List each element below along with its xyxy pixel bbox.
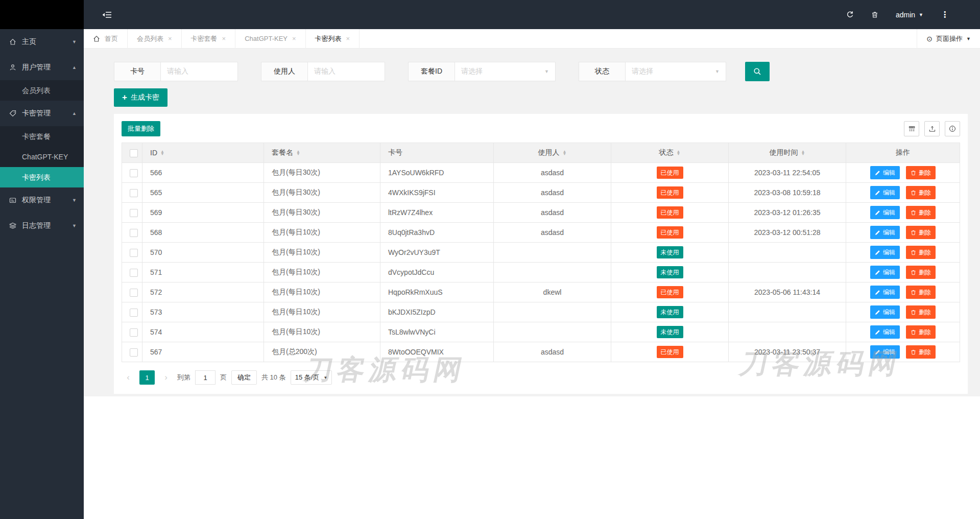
row-checkbox[interactable] <box>130 189 138 197</box>
tab-member-list[interactable]: 会员列表 × <box>128 29 182 48</box>
status-badge: 已使用 <box>657 167 683 179</box>
row-checkbox[interactable] <box>130 289 138 297</box>
columns-filter-icon[interactable] <box>904 121 919 136</box>
edit-button[interactable]: 编辑 <box>870 325 900 339</box>
cell-id: 569 <box>142 203 264 223</box>
sidebar-item-log-mgmt[interactable]: 日志管理 ▼ <box>0 213 84 239</box>
edit-button[interactable]: 编辑 <box>870 286 900 299</box>
sidebar-subitem-chatgpt-key[interactable]: ChatGPT-KEY <box>0 147 84 167</box>
row-checkbox[interactable] <box>130 309 138 317</box>
edit-button[interactable]: 编辑 <box>870 186 900 199</box>
info-icon[interactable] <box>945 121 960 136</box>
table-row: 565 包月(每日30次) 4WXkIKS9jFSI asdasd 已使用 20… <box>122 183 960 203</box>
tab-card-list[interactable]: 卡密列表 × <box>306 29 360 48</box>
delete-button[interactable]: 删除 <box>906 206 936 219</box>
row-checkbox[interactable] <box>130 209 138 217</box>
row-checkbox[interactable] <box>130 348 138 357</box>
current-page[interactable]: 1 <box>139 370 155 385</box>
sort-icon[interactable]: ▲▼ <box>296 150 300 155</box>
sidebar-subitem-card-plans[interactable]: 卡密套餐 <box>0 126 84 147</box>
delete-button[interactable]: 删除 <box>906 266 936 279</box>
edit-button[interactable]: 编辑 <box>870 166 900 179</box>
row-checkbox[interactable] <box>130 328 138 337</box>
prev-page-icon[interactable]: ‹ <box>122 370 135 385</box>
delete-button[interactable]: 删除 <box>906 246 936 259</box>
cell-card-number: dVcypotJdCcu <box>380 263 494 282</box>
row-checkbox[interactable] <box>130 269 138 277</box>
sort-icon[interactable]: ▲▼ <box>563 150 567 155</box>
delete-button[interactable]: 删除 <box>906 186 936 199</box>
next-page-icon[interactable]: › <box>159 370 173 385</box>
close-icon[interactable]: × <box>346 35 350 42</box>
delete-button[interactable]: 删除 <box>906 166 936 179</box>
confirm-page-button[interactable]: 确定 <box>231 370 257 385</box>
sidebar-item-user-mgmt[interactable]: 用户管理 ▲ <box>0 55 84 80</box>
cell-actions: 编辑 删除 <box>846 243 960 263</box>
edit-button[interactable]: 编辑 <box>870 266 900 279</box>
generate-card-button[interactable]: + 生成卡密 <box>114 88 168 107</box>
page-actions-dropdown[interactable]: ⊙ 页面操作 ▼ <box>917 29 980 48</box>
delete-button[interactable]: 删除 <box>906 345 936 359</box>
page-actions-label: 页面操作 <box>936 34 963 43</box>
cell-actions: 编辑 删除 <box>846 183 960 203</box>
cell-use-time <box>729 243 846 263</box>
sort-icon[interactable]: ▲▼ <box>801 150 805 155</box>
sidebar-item-home[interactable]: 主页 ▼ <box>0 29 84 55</box>
admin-dropdown[interactable]: admin ▼ <box>896 11 923 19</box>
table-row: 573 包月(每日10次) bKJDXI5ZIzpD 未使用 编辑 删除 <box>122 302 960 322</box>
edit-button[interactable]: 编辑 <box>870 246 900 259</box>
edit-button[interactable]: 编辑 <box>870 226 900 239</box>
cell-id: 568 <box>142 223 264 243</box>
table-header-row: ID▲▼套餐名▲▼卡号使用人▲▼状态▲▼使用时间▲▼操作 <box>122 143 960 163</box>
edit-button[interactable]: 编辑 <box>870 345 900 359</box>
edit-button[interactable]: 编辑 <box>870 206 900 219</box>
log-icon <box>9 222 17 230</box>
delete-button[interactable]: 删除 <box>906 286 936 299</box>
batch-delete-button[interactable]: 批量删除 <box>122 121 160 136</box>
row-checkbox[interactable] <box>130 249 138 257</box>
cell-id: 567 <box>142 342 264 362</box>
status-badge: 未使用 <box>657 326 683 338</box>
select-all-checkbox[interactable] <box>130 149 138 157</box>
filter-input-card-no[interactable]: 请输入 <box>160 62 238 81</box>
delete-button[interactable]: 删除 <box>906 305 936 319</box>
menu-toggle-icon[interactable] <box>102 11 111 18</box>
delete-button[interactable]: 删除 <box>906 325 936 339</box>
sidebar-item-auth-mgmt[interactable]: 权限管理 ▼ <box>0 187 84 213</box>
filter-select-status[interactable]: 请选择 ▼ <box>625 62 726 81</box>
filter-input-user[interactable]: 请输入 <box>307 62 385 81</box>
export-icon[interactable] <box>924 121 940 136</box>
trash-icon[interactable] <box>871 11 878 18</box>
main-area: admin ▼ ⋮ 首页 会员列表 × 卡密套餐 × ChatGPT-KEY ×… <box>84 0 980 519</box>
close-icon[interactable]: × <box>292 35 296 42</box>
refresh-icon[interactable] <box>846 11 854 18</box>
column-header: 套餐名▲▼ <box>264 143 380 163</box>
tab-card-plans[interactable]: 卡密套餐 × <box>182 29 236 48</box>
search-button[interactable] <box>745 62 770 81</box>
chevron-down-icon: ▼ <box>72 223 77 228</box>
filter-select-plan-id[interactable]: 请选择 ▼ <box>455 62 556 81</box>
close-icon[interactable]: × <box>168 35 172 42</box>
sidebar-nav: 主页 ▼ 用户管理 ▲ 会员列表 卡密管理 ▲ 卡密套餐 ChatGPT-KEY… <box>0 29 84 239</box>
delete-button[interactable]: 删除 <box>906 226 936 239</box>
edit-button[interactable]: 编辑 <box>870 305 900 319</box>
sidebar-item-card-mgmt[interactable]: 卡密管理 ▲ <box>0 101 84 126</box>
row-checkbox[interactable] <box>130 229 138 237</box>
sidebar-subitem-card-list[interactable]: 卡密列表 <box>0 167 84 187</box>
close-icon[interactable]: × <box>222 35 226 42</box>
cell-plan: 包月(每日10次) <box>264 223 380 243</box>
cell-user <box>494 302 611 322</box>
sort-icon[interactable]: ▲▼ <box>160 150 164 155</box>
sort-icon[interactable]: ▲▼ <box>677 150 681 155</box>
more-dots-icon[interactable]: ⋮ <box>941 10 949 19</box>
sidebar-subitem-member-list[interactable]: 会员列表 <box>0 80 84 101</box>
cell-card-number: 8Uq0jtRa3hvD <box>380 223 494 243</box>
page-number-input[interactable] <box>195 370 216 385</box>
status-badge: 已使用 <box>657 226 683 239</box>
cell-use-time: 2023-03-12 00:51:28 <box>729 223 846 243</box>
tab-home[interactable]: 首页 <box>84 29 128 48</box>
page-size-select[interactable]: 15 条/页 ▼ <box>291 370 332 385</box>
row-checkbox[interactable] <box>130 169 138 177</box>
tab-chatgpt-key[interactable]: ChatGPT-KEY × <box>235 29 305 48</box>
cell-use-time: 2023-03-11 22:54:05 <box>729 163 846 183</box>
